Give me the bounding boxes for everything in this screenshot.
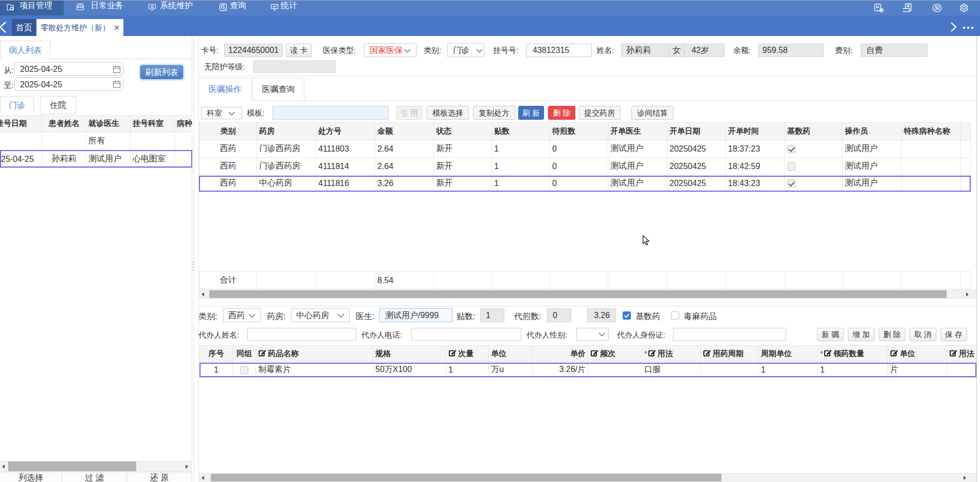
svg-text:SI: SI [935,5,940,11]
svg-text:SI: SI [876,5,879,9]
